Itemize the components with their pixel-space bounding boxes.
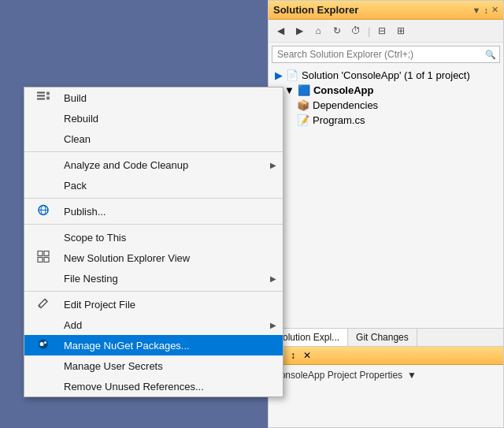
tree-item-dependencies[interactable]: 📦 Dependencies — [269, 98, 503, 113]
layout-button[interactable]: ⊞ — [392, 22, 410, 39]
pin-icon[interactable]: ▼ — [472, 6, 481, 15]
add-arrow: ▶ — [270, 321, 276, 329]
programcs-label: Program.cs — [313, 114, 365, 126]
divider-3 — [24, 224, 283, 225]
tree-item-solution[interactable]: ▶ 📄 Solution 'ConsoleApp' (1 of 1 projec… — [269, 68, 503, 83]
search-container: 🔍 — [272, 46, 500, 63]
svg-rect-3 — [46, 92, 50, 95]
project-label: ConsoleApp — [313, 84, 374, 96]
svg-rect-0 — [37, 92, 45, 94]
svg-rect-8 — [38, 251, 43, 256]
solution-label: Solution 'ConsoleApp' (1 of 1 project) — [302, 69, 470, 81]
dropdown-arrow: ▼ — [407, 370, 417, 381]
svg-line-12 — [45, 300, 47, 302]
svg-rect-9 — [44, 251, 49, 256]
ctx-item-scope[interactable]: Scope to This — [24, 227, 283, 247]
file-nesting-arrow: ▶ — [270, 274, 276, 283]
scope-label: Scope to This — [64, 232, 273, 244]
new-view-label: New Solution Explorer View — [64, 252, 273, 264]
tree-item-project[interactable]: ▼ 🟦 ConsoleApp — [269, 83, 503, 98]
properties-label: ConsoleApp Project Properties — [273, 370, 402, 381]
dependencies-icon: 📦 — [297, 99, 309, 111]
ctx-item-clean[interactable]: Clean — [24, 128, 283, 149]
divider-2 — [24, 198, 283, 199]
home-button[interactable]: ⌂ — [309, 22, 327, 39]
nuget-icon — [35, 338, 51, 353]
ctx-item-pack[interactable]: Pack — [24, 175, 283, 195]
close-icon[interactable]: ✕ — [491, 5, 498, 15]
svg-rect-1 — [37, 95, 45, 97]
dock-icon[interactable]: ↕ — [484, 6, 489, 15]
collapse-icon: ▼ — [284, 84, 295, 96]
ctx-item-build[interactable]: Build — [24, 87, 283, 108]
svg-rect-2 — [37, 99, 45, 100]
tree-item-programcs[interactable]: 📝 Program.cs — [269, 113, 503, 128]
tab-git-label: Git Changes — [356, 332, 409, 343]
edit-project-label: Edit Project File — [64, 299, 273, 311]
svg-rect-11 — [44, 258, 49, 262]
history-button[interactable]: ⏱ — [347, 22, 365, 39]
split-button[interactable]: ⊟ — [373, 22, 391, 39]
svg-point-14 — [40, 342, 44, 346]
se-toolbar: ◀ ▶ ⌂ ↻ ⏱ | ⊟ ⊞ — [269, 20, 503, 43]
publish-icon — [35, 204, 51, 219]
svg-point-15 — [44, 341, 46, 344]
publish-label: Publish... — [64, 206, 273, 218]
ctx-item-publish[interactable]: Publish... — [24, 201, 283, 221]
remove-unused-label: Remove Unused References... — [64, 381, 273, 393]
clean-label: Clean — [64, 133, 273, 145]
build-icon — [35, 90, 51, 106]
sync-button[interactable]: ↻ — [328, 22, 346, 39]
ctx-item-nuget[interactable]: Manage NuGet Packages... — [24, 335, 283, 355]
divider-4 — [24, 291, 283, 292]
context-menu: Build Rebuild Clean Analyze and Code Cle… — [24, 87, 284, 397]
ctx-item-file-nesting[interactable]: File Nesting ▶ — [24, 268, 283, 288]
solution-explorer-panel: Solution Explorer ▼ ↕ ✕ ◀ ▶ ⌂ ↻ ⏱ | ⊟ ⊞ … — [268, 0, 504, 347]
properties-titlebar: ▼ ↕ ✕ — [269, 347, 503, 365]
add-label: Add — [64, 319, 273, 331]
properties-content: ConsoleApp Project Properties ▼ — [269, 365, 503, 385]
ctx-item-rebuild[interactable]: Rebuild — [24, 108, 283, 128]
forward-button[interactable]: ▶ — [291, 22, 308, 39]
rebuild-label: Rebuild — [64, 113, 273, 125]
divider-1 — [24, 151, 283, 152]
ctx-item-user-secrets[interactable]: Manage User Secrets — [24, 355, 283, 376]
file-icon: 📝 — [297, 114, 309, 126]
ctx-item-new-se-view[interactable]: New Solution Explorer View — [24, 247, 283, 268]
tab-git-changes[interactable]: Git Changes — [348, 329, 417, 346]
edit-project-icon — [35, 297, 51, 312]
analyze-label: Analyze and Code Cleanup — [64, 159, 273, 171]
search-icon: 🔍 — [485, 50, 496, 60]
tab-solution-label: Solution Expl... — [276, 332, 339, 343]
solution-icon: ▶ — [275, 69, 283, 81]
titlebar-icons: ▼ ↕ ✕ — [472, 5, 498, 15]
solution-explorer-titlebar: Solution Explorer ▼ ↕ ✕ — [269, 1, 503, 20]
svg-rect-10 — [38, 258, 43, 262]
solution-explorer-title: Solution Explorer — [273, 4, 358, 16]
analyze-arrow: ▶ — [270, 161, 276, 169]
se-tab-bar: Solution Expl... Git Changes — [269, 328, 503, 346]
ctx-item-analyze[interactable]: Analyze and Code Cleanup ▶ — [24, 154, 283, 175]
pack-label: Pack — [64, 180, 273, 192]
ctx-item-edit-project[interactable]: Edit Project File — [24, 294, 283, 314]
back-button[interactable]: ◀ — [272, 22, 289, 39]
ctx-item-remove-unused[interactable]: Remove Unused References... — [24, 376, 283, 396]
new-view-icon — [35, 251, 51, 266]
project-icon: 🟦 — [298, 84, 310, 96]
nuget-label: Manage NuGet Packages... — [64, 340, 273, 352]
solution-tree: ▶ 📄 Solution 'ConsoleApp' (1 of 1 projec… — [269, 66, 503, 328]
ctx-item-add[interactable]: Add ▶ — [24, 314, 283, 335]
search-input[interactable] — [272, 46, 500, 63]
file-nesting-label: File Nesting — [64, 273, 273, 285]
user-secrets-label: Manage User Secrets — [64, 360, 273, 372]
solution-icon2: 📄 — [286, 69, 298, 81]
build-label: Build — [64, 92, 273, 104]
properties-panel: ▼ ↕ ✕ ConsoleApp Project Properties ▼ — [268, 347, 504, 428]
dependencies-label: Dependencies — [313, 99, 378, 111]
svg-rect-4 — [46, 97, 50, 100]
